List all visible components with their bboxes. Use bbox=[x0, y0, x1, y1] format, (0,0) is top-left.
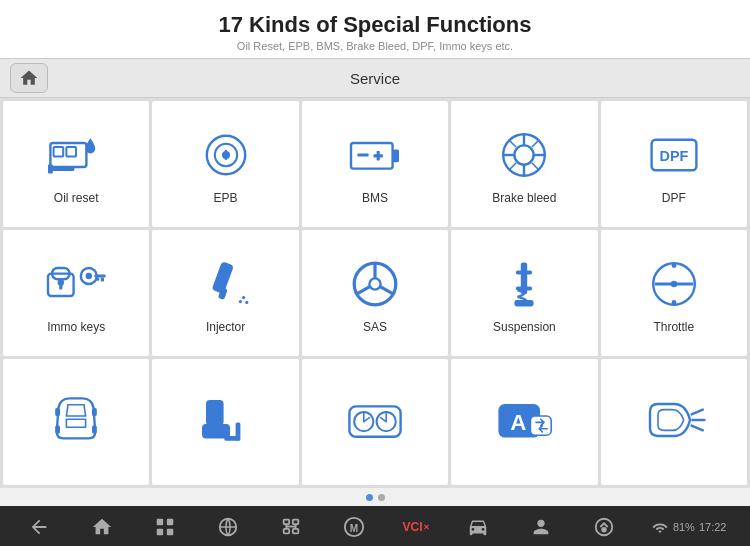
dpf-icon: DPF bbox=[639, 125, 709, 185]
svg-rect-13 bbox=[373, 154, 383, 157]
svg-rect-55 bbox=[92, 408, 97, 416]
user-button[interactable] bbox=[525, 511, 557, 543]
svg-rect-74 bbox=[167, 529, 173, 535]
svg-rect-62 bbox=[349, 406, 400, 436]
oil-reset-label: Oil reset bbox=[54, 191, 99, 205]
svg-rect-1 bbox=[54, 147, 64, 157]
svg-rect-79 bbox=[293, 529, 299, 534]
svg-rect-2 bbox=[67, 147, 77, 157]
grid-item-sas[interactable]: SAS bbox=[302, 230, 448, 356]
page-subtitle: Oil Reset, EPB, BMS, Brake Bleed, DPF, I… bbox=[0, 40, 750, 52]
wifi-icon bbox=[651, 521, 669, 533]
back-button[interactable] bbox=[23, 511, 55, 543]
grid-item-chassis[interactable] bbox=[3, 359, 149, 485]
svg-rect-57 bbox=[92, 426, 97, 434]
svg-rect-58 bbox=[206, 400, 224, 426]
recent-apps-button[interactable] bbox=[149, 511, 181, 543]
page-title: 17 Kinds of Special Functions bbox=[0, 12, 750, 38]
svg-point-52 bbox=[671, 263, 676, 268]
svg-rect-4 bbox=[48, 165, 53, 174]
browser-button[interactable] bbox=[212, 511, 244, 543]
svg-rect-61 bbox=[235, 422, 240, 440]
grid-item-dpf[interactable]: DPF DPF bbox=[601, 101, 747, 227]
grid-item-suspension[interactable]: Suspension bbox=[451, 230, 597, 356]
svg-line-43 bbox=[357, 286, 370, 293]
home-button[interactable] bbox=[10, 63, 48, 93]
vci-button[interactable]: VCI✕ bbox=[400, 511, 431, 543]
grid-item-language[interactable]: A bbox=[451, 359, 597, 485]
grid-item-immo-keys[interactable]: Immo keys bbox=[3, 230, 149, 356]
grid-item-brake-bleed[interactable]: Brake bleed bbox=[451, 101, 597, 227]
svg-rect-11 bbox=[357, 153, 368, 156]
header: 17 Kinds of Special Functions Oil Reset,… bbox=[0, 0, 750, 58]
nav-bar: Service bbox=[0, 58, 750, 98]
car-button[interactable] bbox=[462, 511, 494, 543]
epb-label: EPB bbox=[214, 191, 238, 205]
pagination-dots bbox=[0, 488, 750, 506]
svg-rect-32 bbox=[96, 278, 99, 281]
obd-button[interactable] bbox=[588, 511, 620, 543]
epb-icon: ! bbox=[191, 125, 261, 185]
svg-point-37 bbox=[242, 296, 245, 299]
nav-title: Service bbox=[48, 70, 702, 87]
dot-1[interactable] bbox=[366, 494, 373, 501]
bms-icon bbox=[340, 125, 410, 185]
home-button-bar[interactable] bbox=[86, 511, 118, 543]
svg-rect-3 bbox=[51, 167, 75, 171]
svg-point-15 bbox=[515, 145, 534, 164]
svg-rect-76 bbox=[283, 520, 289, 525]
grid-item-bms[interactable]: BMS bbox=[302, 101, 448, 227]
headlight-icon bbox=[639, 390, 709, 450]
grid-item-dashboard[interactable] bbox=[302, 359, 448, 485]
sas-label: SAS bbox=[363, 320, 387, 334]
suspension-icon bbox=[489, 254, 559, 314]
svg-text:!: ! bbox=[223, 147, 228, 163]
svg-point-86 bbox=[602, 528, 606, 532]
grid-item-epb[interactable]: ! EPB bbox=[152, 101, 298, 227]
svg-rect-46 bbox=[516, 270, 532, 274]
dot-2[interactable] bbox=[378, 494, 385, 501]
dashboard-icon bbox=[340, 390, 410, 450]
svg-rect-9 bbox=[351, 143, 393, 169]
grid-item-seat[interactable] bbox=[152, 359, 298, 485]
brake-bleed-label: Brake bleed bbox=[492, 191, 556, 205]
svg-point-38 bbox=[245, 301, 248, 304]
chassis-icon bbox=[41, 390, 111, 450]
svg-rect-72 bbox=[167, 519, 173, 525]
language-icon: A bbox=[489, 390, 559, 450]
injector-label: Injector bbox=[206, 320, 245, 334]
svg-line-68 bbox=[691, 410, 702, 415]
grid-item-injector[interactable]: Injector bbox=[152, 230, 298, 356]
immo-keys-icon bbox=[41, 254, 111, 314]
connection-button[interactable] bbox=[275, 511, 307, 543]
function-grid: Oil reset ! EPB bbox=[0, 98, 750, 488]
svg-line-70 bbox=[691, 426, 702, 431]
bms-label: BMS bbox=[362, 191, 388, 205]
svg-rect-31 bbox=[101, 278, 104, 282]
grid-item-headlight[interactable] bbox=[601, 359, 747, 485]
svg-rect-34 bbox=[59, 283, 62, 289]
svg-line-22 bbox=[532, 140, 539, 147]
suspension-label: Suspension bbox=[493, 320, 556, 334]
svg-rect-71 bbox=[157, 519, 163, 525]
brake-bleed-icon bbox=[489, 125, 559, 185]
svg-line-44 bbox=[380, 286, 393, 293]
svg-line-23 bbox=[509, 163, 516, 170]
throttle-label: Throttle bbox=[653, 320, 694, 334]
svg-rect-54 bbox=[55, 408, 60, 416]
throttle-icon bbox=[639, 254, 709, 314]
m-logo-button[interactable]: M bbox=[338, 511, 370, 543]
svg-rect-10 bbox=[393, 149, 399, 162]
svg-point-29 bbox=[86, 273, 92, 279]
svg-text:M: M bbox=[349, 523, 357, 534]
svg-point-53 bbox=[671, 300, 676, 305]
seat-icon bbox=[191, 390, 261, 450]
svg-rect-78 bbox=[283, 529, 289, 534]
dpf-label: DPF bbox=[662, 191, 686, 205]
battery-text: 81% bbox=[673, 521, 695, 533]
svg-text:DPF: DPF bbox=[659, 148, 688, 164]
grid-item-oil-reset[interactable]: Oil reset bbox=[3, 101, 149, 227]
grid-item-throttle[interactable]: Throttle bbox=[601, 230, 747, 356]
sas-icon bbox=[340, 254, 410, 314]
status-bar: 81% 17:22 bbox=[651, 521, 727, 533]
